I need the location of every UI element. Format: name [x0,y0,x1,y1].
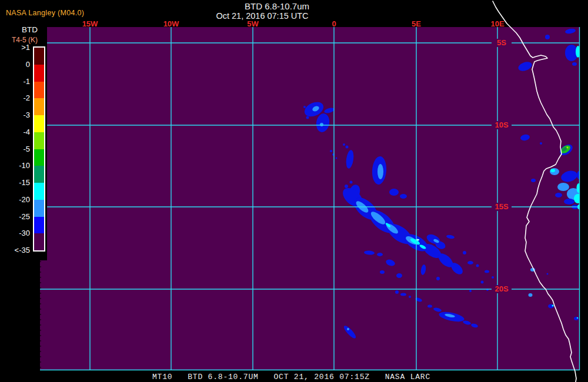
lat-label-10S: 10S [495,120,508,129]
satellite-btd-product: NASA Langley (M04.0) BTD 6.8-10.7um Oct … [0,0,588,382]
map-background [40,27,580,370]
lon-label-0: 0 [332,19,336,28]
footer-caption: MT10 BTD 6.8-10.7UM OCT 21, 2016 07:15Z … [152,373,430,381]
lon-label-10E: 10E [490,19,504,28]
lat-label-15S: 15S [495,202,508,211]
lon-label-5W: 5W [247,19,259,28]
lon-label-5E: 5E [412,19,421,28]
lat-label-20S: 20S [495,284,508,293]
lat-label-5S: 5S [497,38,506,47]
lon-label-10W: 10W [163,19,179,28]
map-canvas: 15W10W5W05E10E5S10S15S20S [0,0,588,382]
lon-label-15W: 15W [82,19,98,28]
